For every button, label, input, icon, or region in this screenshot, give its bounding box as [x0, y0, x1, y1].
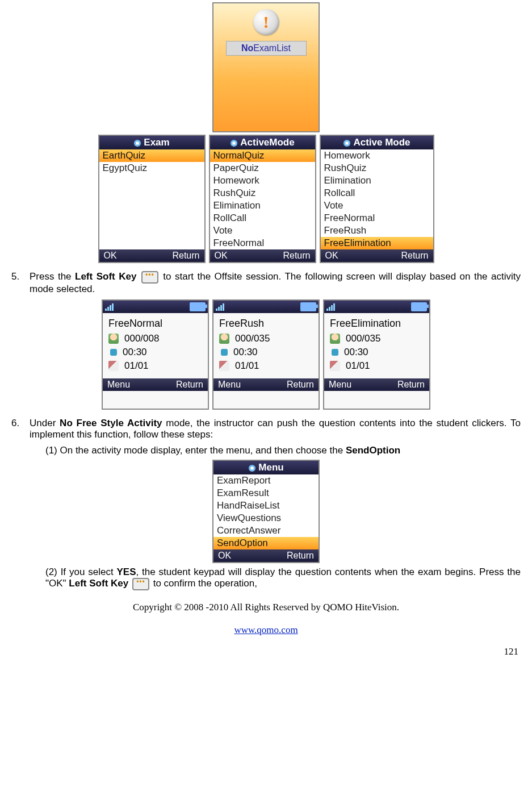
- dot-icon: [110, 349, 117, 356]
- list-item[interactable]: ViewQuestions: [213, 512, 319, 524]
- list-item[interactable]: Homework: [210, 174, 315, 187]
- substep-2: (2) If you select YES, the student keypa…: [45, 567, 521, 590]
- warning-icon: !: [253, 9, 279, 35]
- phone-session-screen: FreeElimination000/03500:3001/01MenuRetu…: [323, 299, 430, 410]
- softkey-left[interactable]: OK: [325, 251, 338, 261]
- session-row: 01/01: [219, 360, 313, 372]
- list-item[interactable]: FreeNormal: [210, 237, 315, 249]
- softkey-right[interactable]: Return: [397, 380, 425, 390]
- signal-icon: [326, 303, 335, 311]
- phone-statusbar: [324, 301, 429, 313]
- pen-icon: [108, 361, 119, 371]
- battery-icon: [190, 302, 206, 311]
- softkey-left[interactable]: Menu: [107, 380, 130, 390]
- student-count: 000/035: [235, 333, 270, 344]
- phone-title: ActiveMode: [240, 137, 294, 148]
- softkey-left[interactable]: OK: [218, 551, 231, 561]
- list-item[interactable]: RushQuiz: [210, 187, 315, 199]
- website-link[interactable]: www.qomo.com: [234, 624, 298, 635]
- title-icon: [133, 139, 141, 147]
- list-item[interactable]: HandRaiseList: [213, 499, 319, 512]
- phone-softbar: OKReturn: [321, 249, 433, 262]
- step-number: 6.: [11, 418, 30, 440]
- list-item[interactable]: FreeNormal: [321, 212, 433, 224]
- list-item[interactable]: NormalQuiz: [210, 149, 315, 162]
- phone-no-exam-list: ! NoExamList: [212, 2, 320, 132]
- yes-label: YES: [117, 567, 136, 577]
- figure-noexamlist-row: ! NoExamList: [11, 2, 521, 132]
- figure-mode-screens-row: ExamEarthQuizEgyptQuizOKReturnActiveMode…: [11, 135, 521, 263]
- student-count: 000/008: [124, 333, 159, 344]
- substeps-2: (2) If you select YES, the student keypa…: [45, 567, 521, 590]
- phone-body: FreeElimination000/03500:3001/01: [324, 313, 429, 378]
- step-5-text: Press the Left Soft Key to start the Off…: [30, 271, 521, 295]
- softkey-left[interactable]: OK: [215, 251, 228, 261]
- pen-icon: [330, 361, 340, 371]
- phone-statusbar: [213, 301, 319, 313]
- copyright-footer: Copyright © 2008 -2010 All Rights Reserv…: [11, 602, 521, 613]
- softkey-right[interactable]: Return: [287, 551, 314, 561]
- list-item[interactable]: RushQuiz: [321, 162, 433, 174]
- page-count: 01/01: [346, 360, 370, 372]
- phone-list-screen: Active ModeHomeworkRushQuizEliminationRo…: [320, 135, 434, 263]
- session-row: 01/01: [330, 360, 424, 372]
- list-item[interactable]: SendOption: [213, 537, 319, 549]
- softkey-right[interactable]: Return: [176, 380, 203, 390]
- dot-icon: [221, 349, 228, 356]
- person-icon: [108, 334, 119, 344]
- phone-body: ExamReportExamResultHandRaiseListViewQue…: [213, 474, 319, 549]
- phone-title: Exam: [144, 137, 169, 148]
- phone-title: Active Mode: [353, 137, 410, 148]
- list-item[interactable]: Vote: [210, 224, 315, 237]
- softkey-right[interactable]: Return: [172, 251, 199, 261]
- softkey-right[interactable]: Return: [401, 251, 428, 261]
- phone-titlebar: ActiveMode: [210, 136, 315, 149]
- session-row: 000/035: [219, 333, 313, 344]
- softkey-right[interactable]: Return: [283, 251, 310, 261]
- title-icon: [343, 139, 351, 147]
- dot-icon: [332, 349, 338, 356]
- list-item[interactable]: ExamReport: [213, 474, 319, 487]
- phone-softbar: MenuReturn: [324, 378, 429, 391]
- softkey-left[interactable]: OK: [104, 251, 117, 261]
- list-item[interactable]: RollCall: [210, 212, 315, 224]
- softkey-left[interactable]: Menu: [218, 380, 241, 390]
- list-item[interactable]: Rollcall: [321, 187, 433, 199]
- phone-title: Menu: [258, 462, 283, 473]
- battery-icon: [411, 302, 427, 311]
- session-mode-title: FreeRush: [219, 318, 313, 330]
- session-mode-title: FreeElimination: [330, 318, 424, 330]
- soft-key-icon: [141, 271, 158, 284]
- list-item[interactable]: EarthQuiz: [99, 149, 204, 162]
- url-footer: www.qomo.com: [11, 624, 521, 636]
- list-item[interactable]: PaperQuiz: [210, 162, 315, 174]
- list-item[interactable]: ExamResult: [213, 487, 319, 499]
- title-icon: [248, 464, 256, 472]
- list-item[interactable]: Vote: [321, 199, 433, 212]
- list-item[interactable]: FreeElimination: [321, 237, 433, 249]
- list-item[interactable]: Elimination: [321, 174, 433, 187]
- substep-1: (1) On the activity mode display, enter …: [45, 445, 521, 456]
- page-number: 121: [11, 646, 521, 657]
- phone-session-screen: FreeRush000/03500:3001/01MenuReturn: [212, 299, 320, 410]
- phone-softbar: MenuReturn: [213, 378, 319, 391]
- phone-body: FreeNormal000/00800:3001/01: [103, 313, 208, 378]
- list-item[interactable]: Elimination: [210, 199, 315, 212]
- phone-body: HomeworkRushQuizEliminationRollcallVoteF…: [321, 149, 433, 249]
- softkey-right[interactable]: Return: [287, 380, 314, 390]
- page-count: 01/01: [235, 360, 259, 372]
- list-item[interactable]: FreeRush: [321, 224, 433, 237]
- sendoption-label: SendOption: [346, 445, 400, 456]
- list-item[interactable]: CorrectAnswer: [213, 524, 319, 537]
- phone-list-screen: ActiveModeNormalQuizPaperQuizHomeworkRus…: [209, 135, 316, 263]
- phone-body: FreeRush000/03500:3001/01: [213, 313, 319, 378]
- phone-softbar: OKReturn: [210, 249, 315, 262]
- no-free-style-label: No Free Style Activity: [60, 418, 162, 428]
- step-6-text: Under No Free Style Activity mode, the i…: [30, 418, 521, 440]
- substeps: (1) On the activity mode display, enter …: [45, 445, 521, 456]
- timer-value: 00:30: [233, 347, 258, 358]
- list-item[interactable]: Homework: [321, 149, 433, 162]
- list-item[interactable]: EgyptQuiz: [99, 162, 204, 174]
- timer-value: 00:30: [344, 347, 368, 358]
- softkey-left[interactable]: Menu: [329, 380, 351, 390]
